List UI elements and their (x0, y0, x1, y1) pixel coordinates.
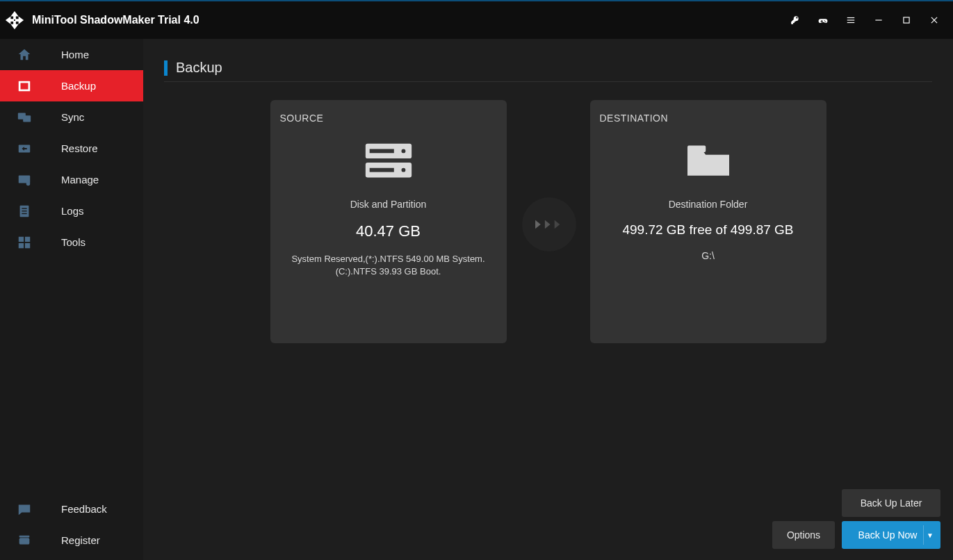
source-type-label: Disk and Partition (280, 199, 497, 210)
gamepad-icon[interactable] (811, 8, 835, 32)
sidebar-item-label: Restore (38, 142, 98, 154)
svg-rect-1 (847, 19, 855, 20)
sidebar-item-backup[interactable]: Backup (0, 70, 143, 101)
source-details: System Reserved,(*:).NTFS 549.00 MB Syst… (280, 253, 497, 278)
close-button[interactable] (922, 8, 946, 32)
source-card[interactable]: SOURCE Disk and Partition 40.47 GB Syste… (270, 100, 507, 343)
svg-point-29 (401, 168, 405, 172)
sidebar-nav-top: Home Backup Sync Restore (0, 39, 143, 493)
folder-icon (681, 139, 735, 183)
backup-later-label: Back Up Later (861, 497, 922, 509)
sidebar-item-label: Tools (38, 236, 85, 248)
sidebar-nav-bottom: Feedback Register (0, 493, 143, 560)
menu-icon[interactable] (839, 8, 863, 32)
svg-rect-8 (21, 83, 28, 89)
action-row: Options Back Up Now ▼ (772, 521, 940, 549)
restore-icon (17, 141, 32, 156)
key-icon[interactable] (783, 8, 807, 32)
sidebar-item-restore[interactable]: Restore (0, 133, 143, 164)
svg-rect-19 (25, 236, 30, 241)
action-area: Back Up Later Options Back Up Now ▼ (772, 489, 940, 549)
backup-later-button[interactable]: Back Up Later (842, 489, 940, 517)
svg-rect-20 (19, 242, 24, 247)
sidebar-item-label: Register (38, 534, 100, 546)
svg-rect-18 (19, 236, 24, 241)
backup-now-button[interactable]: Back Up Now ▼ (842, 521, 940, 549)
svg-point-26 (401, 149, 405, 153)
svg-rect-30 (687, 146, 706, 152)
sidebar-item-logs[interactable]: Logs (0, 195, 143, 227)
source-size: 40.47 GB (280, 222, 497, 240)
destination-card[interactable]: DESTINATION Destination Folder 499.72 GB… (590, 100, 826, 343)
svg-rect-2 (847, 22, 855, 23)
dropdown-caret-icon: ▼ (927, 532, 934, 539)
backup-cards: SOURCE Disk and Partition 40.47 GB Syste… (164, 100, 932, 343)
page-title: Backup (176, 60, 222, 76)
options-label: Options (787, 529, 820, 541)
sidebar-item-label: Sync (38, 111, 84, 123)
maximize-button[interactable] (895, 8, 918, 32)
manage-icon (17, 172, 32, 188)
svg-rect-0 (847, 17, 855, 18)
titlebar-left: MiniTool ShadowMaker Trial 4.0 (4, 10, 199, 31)
main: Backup SOURCE Disk and Partition (143, 39, 953, 560)
sidebar-item-tools[interactable]: Tools (0, 227, 143, 258)
svg-rect-28 (369, 168, 393, 172)
destination-free-line: 499.72 GB free of 499.87 GB (600, 222, 817, 238)
sidebar-item-label: Manage (38, 174, 99, 186)
backup-now-label: Back Up Now (858, 529, 918, 541)
sidebar-item-sync[interactable]: Sync (0, 101, 143, 133)
sidebar: Home Backup Sync Restore (0, 39, 143, 560)
sidebar-item-manage[interactable]: Manage (0, 164, 143, 195)
options-button[interactable]: Options (772, 521, 835, 549)
titlebar: MiniTool ShadowMaker Trial 4.0 (0, 0, 953, 39)
sidebar-item-home[interactable]: Home (0, 39, 143, 70)
svg-rect-16 (22, 211, 26, 211)
svg-rect-17 (22, 213, 26, 213)
sidebar-item-label: Feedback (38, 503, 107, 515)
destination-path: G:\ (600, 250, 817, 261)
backup-icon (17, 79, 32, 94)
page-separator (164, 81, 932, 82)
svg-rect-21 (25, 242, 30, 247)
home-icon (17, 47, 32, 63)
app-logo-icon (4, 10, 25, 31)
sidebar-item-feedback[interactable]: Feedback (0, 493, 143, 525)
sidebar-item-label: Backup (38, 80, 96, 92)
page-title-accent (164, 60, 168, 76)
titlebar-right (783, 8, 946, 32)
svg-rect-23 (19, 535, 30, 537)
feedback-icon (17, 502, 32, 517)
svg-rect-22 (19, 538, 30, 544)
svg-rect-10 (23, 115, 31, 122)
layout: Home Backup Sync Restore (0, 39, 953, 560)
app-title: MiniTool ShadowMaker Trial 4.0 (32, 14, 199, 26)
sidebar-item-label: Logs (38, 205, 84, 217)
minimize-button[interactable] (867, 8, 890, 32)
source-heading: SOURCE (280, 113, 497, 124)
disk-icon (361, 139, 416, 183)
svg-point-13 (26, 181, 31, 186)
svg-rect-15 (22, 208, 26, 208)
sidebar-item-register[interactable]: Register (0, 525, 143, 556)
page-header: Backup (164, 60, 932, 76)
svg-rect-3 (875, 19, 881, 20)
register-icon (17, 533, 32, 548)
transfer-arrow-icon (522, 197, 576, 252)
sidebar-item-label: Home (38, 49, 89, 60)
svg-rect-4 (904, 17, 909, 23)
destination-heading: DESTINATION (600, 113, 817, 124)
logs-icon (17, 204, 32, 219)
tools-icon (17, 235, 32, 250)
destination-type-label: Destination Folder (600, 199, 817, 210)
sync-icon (17, 110, 32, 125)
svg-rect-25 (369, 149, 393, 153)
